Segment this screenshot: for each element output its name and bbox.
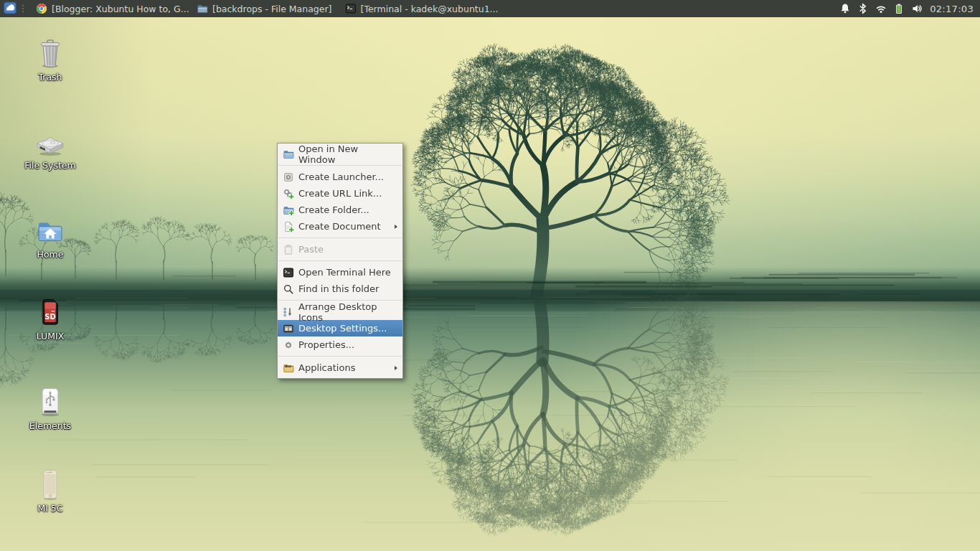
menu-item-find-in-this-folder[interactable]: Find in this folder [278,281,402,297]
menu-item-label: Desktop Settings... [298,323,387,334]
desktop-icon-elements[interactable]: Elements [16,385,85,431]
menu-separator [278,260,402,261]
home-icon [33,213,67,248]
menu-item-label: Open Terminal Here [298,267,391,278]
trash-icon [33,36,67,70]
menu-item-label: Paste [298,244,324,255]
desktop-settings-icon [283,323,294,334]
menu-item-label: Create Launcher... [298,171,384,182]
menu-separator [278,356,402,357]
desktop-context-menu: Open in New Window Create Launcher... Cr… [277,143,403,379]
window-button-list: [Blogger: Xubuntu How to, G... [backdrop… [29,0,499,17]
paste-icon [283,244,294,255]
desktop-wallpaper[interactable] [0,0,980,551]
menu-item-properties[interactable]: Properties... [278,336,402,353]
applications-icon [283,362,294,374]
menu-item-label: Arrange Desktop Icons [298,301,397,323]
url-link-icon [283,188,294,199]
clock[interactable]: 02:17:03 [928,4,980,14]
phone-icon [33,467,67,501]
menu-item-label: Create Folder... [298,204,369,215]
system-tray [834,3,928,14]
menu-item-create-folder[interactable]: Create Folder... [278,202,402,218]
gear-icon [283,339,294,351]
desktop-icon-label: LUMIX [37,331,65,342]
svg-text:SD: SD [44,313,56,321]
menu-item-arrange-desktop-icons[interactable]: Arrange Desktop Icons [278,303,402,320]
create-launcher-icon [283,171,294,183]
arrange-icons-icon [283,306,294,318]
menu-item-label: Create URL Link... [298,188,382,199]
menu-item-open-in-new-window[interactable]: Open in New Window [278,146,402,162]
desktop-icon-label: Elements [29,421,71,431]
submenu-arrow-icon [395,366,397,370]
panel-handle[interactable] [19,0,27,17]
menu-item-label: Create Document [298,221,381,232]
chrome-icon [36,3,47,14]
sdcard-icon: SD [33,295,67,329]
usbdrive-icon [33,385,67,419]
filesystem-icon [33,124,67,159]
menu-item-open-terminal-here[interactable]: Open Terminal Here [278,264,402,281]
notifications-icon[interactable] [839,3,851,14]
open-folder-icon [283,149,294,160]
terminal-icon [345,3,357,14]
whisker-menu-button[interactable] [0,0,19,17]
menu-item-label: Applications [298,362,355,373]
window-button-title: [Terminal - kadek@xubuntu1... [361,4,499,14]
menu-item-paste: Paste [278,241,402,258]
new-document-icon [283,221,294,232]
bluetooth-icon[interactable] [857,3,869,14]
menu-item-applications[interactable]: Applications [278,359,402,376]
whisker-menu-icon [4,1,17,17]
battery-icon[interactable] [893,3,905,14]
new-folder-icon [283,204,294,216]
menu-item-create-document[interactable]: Create Document [278,218,402,235]
desktop-icon-home[interactable]: Home [16,213,85,260]
window-button-title: [Blogger: Xubuntu How to, G... [52,4,189,14]
desktop-icon-mi-5c[interactable]: MI 5C [16,467,85,514]
menu-item-create-launcher[interactable]: Create Launcher... [278,169,402,185]
desktop-icon-label: MI 5C [37,504,62,514]
menu-separator [278,165,402,166]
menu-item-create-url-link[interactable]: Create URL Link... [278,185,402,202]
window-button-3[interactable]: [Terminal - kadek@xubuntu1... [339,0,499,17]
desktop-icon-label: Home [37,250,64,260]
desktop-icon-lumix[interactable]: SD LUMIX [16,295,85,342]
menu-item-label: Properties... [298,339,354,350]
desktop-icon-file-system[interactable]: File System [16,124,85,171]
menu-item-desktop-settings[interactable]: Desktop Settings... [278,320,402,336]
wifi-icon[interactable] [875,3,887,14]
top-panel: [Blogger: Xubuntu How to, G... [backdrop… [0,0,980,17]
menu-item-label: Find in this folder [298,283,379,294]
submenu-arrow-icon [395,225,397,229]
desktop-icon-label: Trash [38,72,62,83]
folder-icon [197,3,208,14]
menu-separator [278,237,402,238]
menu-item-label: Open in New Window [298,143,397,165]
window-button-1[interactable]: [Blogger: Xubuntu How to, G... [29,0,190,17]
window-button-2[interactable]: [backdrops - File Manager] [190,0,339,17]
desktop-icon-trash[interactable]: Trash [16,36,85,83]
desktop-icon-label: File System [24,161,76,171]
volume-icon[interactable] [911,3,923,14]
terminal-icon [283,267,294,278]
search-icon [283,283,294,295]
window-button-title: [backdrops - File Manager] [212,4,332,14]
